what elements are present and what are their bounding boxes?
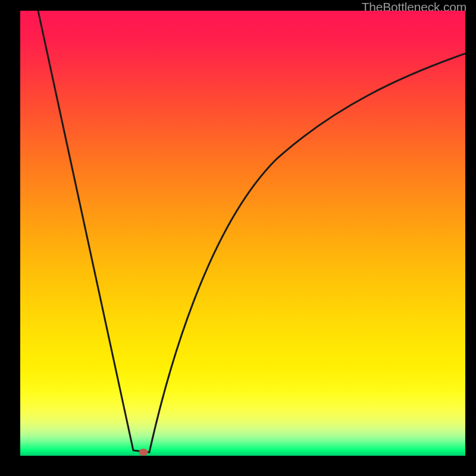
optimum-marker-dot [139, 449, 148, 456]
chart-frame: TheBottleneck.com [0, 0, 476, 476]
bottleneck-curve [38, 11, 465, 452]
plot-area [20, 11, 465, 456]
curve-layer [20, 11, 465, 456]
